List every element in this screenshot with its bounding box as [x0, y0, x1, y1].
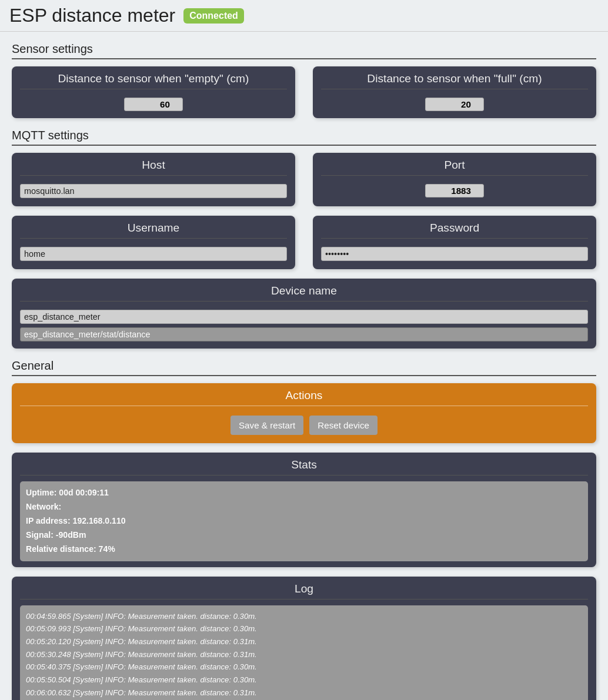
host-input[interactable] [20, 184, 287, 198]
stats-box: Uptime: 00d 00:09:11 Network: IP address… [20, 481, 588, 561]
device-name-input[interactable] [20, 310, 588, 324]
full-distance-input[interactable] [425, 98, 484, 111]
empty-distance-card: Distance to sensor when "empty" (cm) [12, 66, 295, 118]
general-section-divider [12, 375, 596, 376]
log-entry: 00:05:20.120 [System] INFO: Measurement … [26, 635, 582, 648]
actions-card-title: Actions [20, 389, 588, 402]
port-card-content [321, 182, 588, 199]
port-card-title: Port [321, 159, 588, 172]
stats-ip: IP address: 192.168.0.110 [26, 514, 582, 528]
empty-card-divider [20, 89, 287, 89]
mqtt-settings-section: MQTT settings Host Port Username Passwo [12, 129, 596, 349]
stats-card-divider [20, 475, 588, 475]
stats-network: Network: [26, 500, 582, 514]
actions-card: Actions Save & restart Reset device [12, 383, 596, 443]
password-card: Password [313, 216, 596, 269]
device-name-card: Device name esp_distance_meter/stat/dist… [12, 279, 596, 349]
page-title: ESP distance meter [9, 5, 175, 26]
actions-button-row: Save & restart Reset device [20, 412, 588, 437]
host-card-title: Host [20, 159, 287, 172]
log-entry: 00:06:00.632 [System] INFO: Measurement … [26, 686, 582, 699]
mqtt-settings-divider [12, 145, 596, 146]
save-restart-button[interactable]: Save & restart [230, 416, 303, 435]
stats-relative-distance: Relative distance: 74% [26, 542, 582, 557]
username-card: Username [12, 216, 295, 269]
full-card-divider [321, 89, 588, 89]
empty-distance-content [20, 95, 287, 112]
connection-status-badge: Connected [183, 8, 244, 24]
password-input[interactable] [321, 247, 588, 261]
empty-distance-title: Distance to sensor when "empty" (cm) [20, 72, 287, 85]
host-card-divider [20, 175, 287, 176]
device-name-input-row: esp_distance_meter/stat/distance [20, 307, 588, 343]
log-card: Log 00:04:59.865 [System] INFO: Measurem… [12, 577, 596, 700]
log-entry: 00:05:50.504 [System] INFO: Measurement … [26, 674, 582, 686]
log-entry: 00:05:40.375 [System] INFO: Measurement … [26, 661, 582, 674]
sensor-settings-section: Sensor settings Distance to sensor when … [12, 42, 596, 118]
general-section-title: General [12, 359, 596, 373]
device-name-title: Device name [20, 284, 588, 297]
password-card-title: Password [321, 222, 588, 235]
header: ESP distance meter Connected [0, 0, 608, 32]
log-card-title: Log [20, 582, 588, 595]
log-card-divider [20, 599, 588, 599]
host-card: Host [12, 153, 295, 206]
username-input[interactable] [20, 247, 287, 261]
full-distance-content [321, 95, 588, 112]
sensor-settings-divider [12, 58, 596, 59]
mqtt-settings-title: MQTT settings [12, 129, 596, 142]
port-input[interactable] [425, 184, 484, 197]
log-entry: 00:04:59.865 [System] INFO: Measurement … [26, 610, 582, 623]
host-input-row [20, 182, 287, 200]
empty-distance-input[interactable] [124, 98, 183, 111]
general-section: General Actions Save & restart Reset dev… [12, 359, 596, 700]
stats-card: Stats Uptime: 00d 00:09:11 Network: IP a… [12, 453, 596, 567]
reset-device-button[interactable]: Reset device [309, 416, 378, 435]
password-input-row [321, 245, 588, 263]
password-card-divider [321, 238, 588, 239]
username-input-row [20, 245, 287, 263]
username-card-divider [20, 238, 287, 239]
mqtt-user-pass-row: Username Password [12, 216, 596, 269]
port-card-divider [321, 175, 588, 176]
username-card-title: Username [20, 222, 287, 235]
device-topic-display: esp_distance_meter/stat/distance [20, 327, 588, 341]
log-entry: 00:05:09.993 [System] INFO: Measurement … [26, 622, 582, 635]
port-card: Port [313, 153, 596, 206]
device-name-divider [20, 301, 588, 302]
actions-card-divider [20, 406, 588, 406]
full-distance-title: Distance to sensor when "full" (cm) [321, 72, 588, 85]
log-entry: 00:05:30.248 [System] INFO: Measurement … [26, 648, 582, 661]
sensor-settings-title: Sensor settings [12, 42, 596, 56]
log-box: 00:04:59.865 [System] INFO: Measurement … [20, 605, 588, 700]
stats-uptime: Uptime: 00d 00:09:11 [26, 486, 582, 500]
mqtt-host-port-row: Host Port [12, 153, 596, 206]
full-distance-card: Distance to sensor when "full" (cm) [313, 66, 596, 118]
stats-card-title: Stats [20, 458, 588, 471]
stats-signal: Signal: -90dBm [26, 528, 582, 542]
sensor-card-row: Distance to sensor when "empty" (cm) Dis… [12, 66, 596, 118]
